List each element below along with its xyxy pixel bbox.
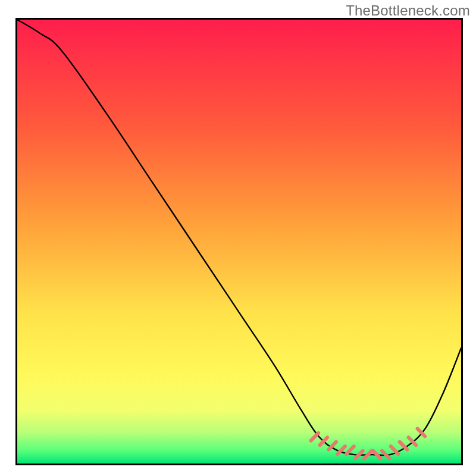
- plot-frame: [15, 18, 463, 465]
- chart-container: TheBottleneck.com: [0, 0, 476, 476]
- gradient-background: [17, 20, 461, 464]
- plot-svg: [17, 20, 461, 464]
- watermark-text: TheBottleneck.com: [346, 2, 470, 19]
